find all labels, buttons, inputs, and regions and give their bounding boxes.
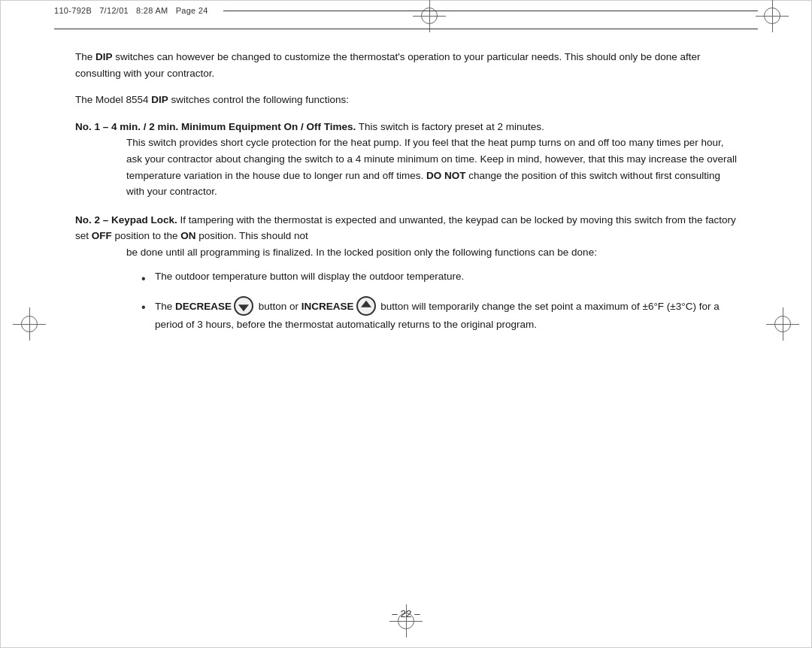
header-divider (54, 29, 758, 29)
reg-mark-top-right (764, 8, 780, 24)
bullet-item-1: • The outdoor temperature button will di… (141, 268, 737, 289)
reg-mark-right-center (774, 316, 791, 332)
bullet-dot-2: • (141, 297, 155, 317)
bullet-list: • The outdoor temperature button will di… (141, 268, 737, 333)
bullet-2-text: The DECREASE button or INCREASE button w… (155, 297, 737, 333)
increase-icon (356, 296, 376, 316)
header-text: 110-792B 7/12/01 8:28 AM Page 24 (54, 6, 223, 15)
list-item-2-body: be done until all programming is finaliz… (75, 244, 737, 333)
list-item-1: No. 1 – 4 min. / 2 min. Minimum Equipmen… (75, 119, 737, 200)
header-time: 8:28 AM (136, 6, 168, 15)
bold-dip-2: DIP (151, 94, 168, 105)
header-page: Page 24 (176, 6, 208, 15)
main-content: The DIP switches can however be changed … (75, 49, 737, 595)
item1-donot: DO NOT (426, 170, 466, 181)
header-date: 7/12/01 (99, 6, 129, 15)
list-item-1-body: This switch provides short cycle protect… (75, 135, 737, 199)
item2-on: ON (180, 230, 195, 241)
item2-bold-label: No. 2 – Keypad Lock. (75, 214, 177, 226)
reg-mark-left-center (21, 316, 38, 332)
bullet-dot-1: • (141, 268, 155, 289)
item1-bold-label: No. 1 – 4 min. / 2 min. Minimum Equipmen… (75, 121, 356, 132)
paragraph-dip-intro: The DIP switches can however be changed … (75, 49, 737, 81)
bullet-item-2: • The DECREASE button or INCREASE button… (141, 297, 737, 333)
top-border (0, 0, 812, 1)
bold-dip-1: DIP (95, 51, 113, 62)
list-item-1-header: No. 1 – 4 min. / 2 min. Minimum Equipmen… (75, 119, 737, 135)
bold-increase: INCREASE (301, 301, 354, 312)
doc-number: 110-792B (54, 6, 92, 15)
bullet-1-text: The outdoor temperature button will disp… (155, 268, 737, 285)
paragraph-model: The Model 8554 DIP switches control the … (75, 92, 737, 108)
left-border (0, 0, 1, 648)
page-container: 110-792B 7/12/01 8:28 AM Page 24 The DIP… (0, 0, 812, 648)
decrease-icon (234, 296, 253, 316)
header-line (223, 11, 758, 11)
page-number: – 22 – (392, 608, 420, 619)
list-item-2: No. 2 – Keypad Lock. If tampering with t… (75, 212, 737, 333)
list-item-2-header: No. 2 – Keypad Lock. If tampering with t… (75, 212, 737, 244)
item2-off: OFF (92, 230, 112, 241)
header-bar: 110-792B 7/12/01 8:28 AM Page 24 (54, 6, 758, 15)
bold-decrease: DECREASE (175, 301, 232, 312)
